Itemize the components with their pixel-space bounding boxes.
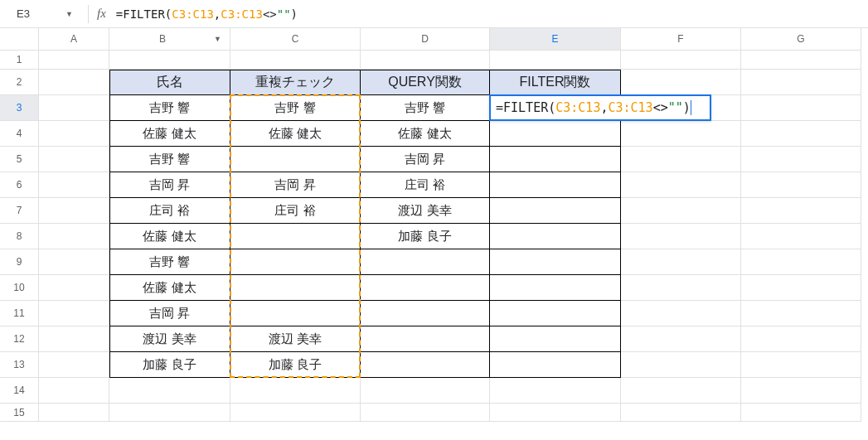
header-filter[interactable]: FILTER関数	[490, 70, 621, 95]
cell[interactable]	[490, 352, 621, 378]
cell[interactable]: 佐藤 健太	[230, 121, 361, 147]
cell[interactable]	[741, 147, 861, 172]
col-header-C[interactable]: C	[230, 28, 361, 51]
cell[interactable]	[621, 147, 741, 172]
col-header-A[interactable]: A	[39, 28, 109, 51]
cell[interactable]	[361, 275, 490, 301]
cell[interactable]: 庄司 裕	[109, 198, 230, 224]
cell[interactable]	[490, 224, 621, 249]
cell[interactable]	[230, 249, 361, 275]
cell[interactable]	[109, 51, 230, 70]
cell[interactable]: 吉岡 昇	[230, 172, 361, 198]
cell[interactable]	[490, 147, 621, 172]
cell[interactable]	[109, 404, 230, 422]
cell[interactable]	[361, 51, 490, 70]
cell[interactable]	[490, 326, 621, 352]
cell[interactable]	[39, 224, 109, 249]
cell[interactable]	[741, 249, 861, 275]
cell[interactable]	[361, 326, 490, 352]
cell[interactable]: 佐藤 健太	[361, 121, 490, 147]
cell[interactable]	[39, 275, 109, 301]
col-header-E[interactable]: E	[490, 28, 621, 51]
cell[interactable]	[230, 51, 361, 70]
col-header-F[interactable]: F	[621, 28, 741, 51]
cell[interactable]	[621, 172, 741, 198]
cell[interactable]	[490, 404, 621, 422]
row-header-10[interactable]: 10	[0, 275, 39, 301]
cell[interactable]	[741, 70, 861, 95]
row-header-5[interactable]: 5	[0, 147, 39, 172]
cell-editor[interactable]: =FILTER(C3:C13,C3:C13<>"")	[489, 94, 711, 121]
cell[interactable]: 佐藤 健太	[109, 121, 230, 147]
cell[interactable]	[621, 121, 741, 147]
cell[interactable]	[621, 70, 741, 95]
cell[interactable]	[621, 404, 741, 422]
cell[interactable]	[109, 378, 230, 404]
cell[interactable]: 吉岡 昇	[109, 172, 230, 198]
cell[interactable]	[741, 326, 861, 352]
cell[interactable]	[361, 249, 490, 275]
row-header-4[interactable]: 4	[0, 121, 39, 147]
cell[interactable]	[621, 326, 741, 352]
cell[interactable]: 佐藤 健太	[109, 275, 230, 301]
cell[interactable]	[741, 301, 861, 326]
row-header-13[interactable]: 13	[0, 352, 39, 378]
cell[interactable]	[39, 172, 109, 198]
cell[interactable]	[39, 301, 109, 326]
cell[interactable]	[621, 224, 741, 249]
cell[interactable]: 加藤 良子	[361, 224, 490, 249]
formula-input[interactable]: =FILTER(C3:C13,C3:C13<>"")	[116, 7, 861, 21]
cell[interactable]: 吉野 響	[109, 95, 230, 121]
cell[interactable]	[230, 147, 361, 172]
header-dup[interactable]: 重複チェック	[230, 70, 361, 95]
cell[interactable]: 吉野 響	[109, 249, 230, 275]
cell[interactable]	[741, 275, 861, 301]
cell[interactable]	[741, 95, 861, 121]
col-header-G[interactable]: G	[741, 28, 861, 51]
cell[interactable]	[490, 378, 621, 404]
col-header-B[interactable]: B▼	[109, 28, 230, 51]
cell[interactable]	[39, 378, 109, 404]
cell[interactable]	[361, 404, 490, 422]
row-header-12[interactable]: 12	[0, 326, 39, 352]
cell[interactable]	[621, 249, 741, 275]
cell[interactable]: 庄司 裕	[361, 172, 490, 198]
cell[interactable]	[39, 326, 109, 352]
cell[interactable]	[230, 224, 361, 249]
cell[interactable]	[230, 301, 361, 326]
cell[interactable]: 加藤 良子	[230, 352, 361, 378]
cell[interactable]	[39, 95, 109, 121]
cell[interactable]	[230, 378, 361, 404]
cell[interactable]: 吉岡 昇	[361, 147, 490, 172]
row-header-2[interactable]: 2	[0, 70, 39, 95]
cell[interactable]	[741, 404, 861, 422]
cell[interactable]	[39, 352, 109, 378]
cell[interactable]: 渡辺 美幸	[109, 326, 230, 352]
row-header-1[interactable]: 1	[0, 51, 39, 70]
cell[interactable]: 佐藤 健太	[109, 224, 230, 249]
cell[interactable]	[39, 70, 109, 95]
cell[interactable]	[741, 51, 861, 70]
cell[interactable]	[230, 404, 361, 422]
cell[interactable]	[39, 249, 109, 275]
cell[interactable]: 渡辺 美幸	[361, 198, 490, 224]
cell[interactable]	[621, 352, 741, 378]
select-all-corner[interactable]	[0, 28, 39, 51]
header-name[interactable]: 氏名	[109, 70, 230, 95]
cell[interactable]	[39, 147, 109, 172]
cell[interactable]	[39, 198, 109, 224]
row-header-6[interactable]: 6	[0, 172, 39, 198]
cell[interactable]	[361, 352, 490, 378]
row-header-9[interactable]: 9	[0, 249, 39, 275]
cell[interactable]	[39, 404, 109, 422]
name-box[interactable]: E3 ▼	[7, 4, 80, 24]
cell[interactable]: 吉岡 昇	[109, 301, 230, 326]
cell[interactable]	[741, 121, 861, 147]
chevron-down-icon[interactable]: ▼	[214, 35, 221, 43]
cell[interactable]	[361, 378, 490, 404]
spreadsheet-grid[interactable]: A B▼ C D E F G 1 2 氏名 重複チェック QUERY関数 FIL…	[0, 28, 868, 422]
row-header-15[interactable]: 15	[0, 404, 39, 422]
cell[interactable]	[230, 275, 361, 301]
row-header-8[interactable]: 8	[0, 224, 39, 249]
cell[interactable]	[621, 301, 741, 326]
